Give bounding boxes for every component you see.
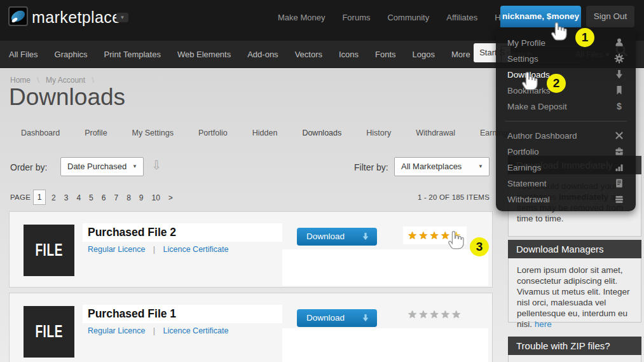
file-title[interactable]: Purchased File 1 [88,307,176,321]
chart-icon [614,162,624,172]
tab-portfolio[interactable]: Portfolio [188,125,238,142]
licence-certificate-link[interactable]: Licence Certificate [163,245,229,254]
cursor-icon [448,230,465,252]
download-detail-area [282,328,488,362]
nav-forums[interactable]: Forums [342,13,370,22]
download-arrow-icon [361,232,370,241]
star-icon[interactable] [429,229,440,242]
menu-item-bookmarks[interactable]: Bookmarks [496,83,636,99]
page-8[interactable]: 8 [127,193,131,202]
page-next[interactable]: > [168,193,173,202]
file-title-band: Purchased File 1 [83,305,282,323]
tab-downloads[interactable]: Downloads [291,125,352,142]
menu-item-withdrawal[interactable]: Withdrawal [496,191,636,207]
catnav-add-ons[interactable]: Add-ons [247,50,278,59]
account-tabs: Dashboard Profile My Settings Portfolio … [10,125,522,142]
file-links: Regular Licence | Licence Certificate [88,245,228,254]
star-icon[interactable] [441,308,451,321]
person-icon [614,38,624,48]
licence-certificate-link[interactable]: Licence Certificate [163,326,229,335]
tab-dashboard[interactable]: Dashboard [10,125,71,142]
menu-item-earnings[interactable]: Earnings [496,160,636,176]
cursor-icon [521,71,538,93]
downloads-page: marketplace ▼ Make Money Forums Communit… [0,0,644,362]
catnav-graphics[interactable]: Graphics [55,50,88,59]
nav-make-money[interactable]: Make Money [278,13,325,22]
tab-withdrawal[interactable]: Withdrawal [405,125,466,142]
page-5[interactable]: 5 [89,193,93,202]
page-6[interactable]: 6 [102,193,106,202]
tab-my-settings[interactable]: My Settings [121,125,184,142]
panel-title: Trouble with ZIP files? [508,337,641,355]
page-3[interactable]: 3 [64,193,69,202]
tab-history[interactable]: History [355,125,402,142]
page-10[interactable]: 10 [152,193,160,202]
star-icon[interactable] [408,308,418,321]
cursor-icon [551,21,568,43]
cash-icon [614,194,624,204]
breadcrumb-separator: \ [92,76,93,85]
catnav-vectors[interactable]: Vectors [295,50,322,59]
download-button[interactable]: Download [297,309,377,327]
order-by-select[interactable]: Date Purchased▼ [60,157,144,176]
nav-community[interactable]: Community [387,13,429,22]
star-icon[interactable] [418,308,429,321]
star-icon[interactable] [408,229,418,242]
menu-item-settings[interactable]: Settings [496,51,636,67]
regular-licence-link[interactable]: Regular Licence [88,245,145,254]
annotation-badge-2: 2 [547,74,566,93]
menu-item-make-a-deposit[interactable]: Make a Deposit $ [496,99,636,115]
filter-by-select[interactable]: All Marketplaces▼ [394,157,490,176]
chevron-down-icon: ▼ [478,158,483,176]
download-arrow-icon [361,314,370,323]
bookmark-icon [614,85,624,95]
star-icon[interactable] [451,308,462,321]
menu-item-portfolio[interactable]: Portfolio [496,144,636,160]
zip-trouble-panel: Trouble with ZIP files? [508,337,641,362]
download-sort-icon[interactable]: ⇩ [151,158,161,172]
regular-licence-link[interactable]: Regular Licence [88,326,145,335]
menu-item-author-dashboard[interactable]: Author Dashboard [496,128,636,144]
breadcrumb: Home \ My Account \ [10,76,99,85]
logo-caret-icon[interactable]: ▼ [116,13,128,22]
file-row: FILE Purchased File 2 Regular Licence | … [9,211,493,288]
order-by-label: Order by: [10,162,47,172]
catnav-more[interactable]: More [451,50,470,59]
menu-item-downloads[interactable]: Downloads [496,67,636,83]
catnav-print-templates[interactable]: Print Templates [104,50,161,59]
user-account-button[interactable]: nickname, $money [500,6,581,27]
download-button[interactable]: Download [297,228,377,246]
file-row: FILE Purchased File 1 Regular Licence | … [9,293,493,362]
sign-out-button[interactable]: Sign Out [586,6,634,27]
here-link[interactable]: here [535,319,552,329]
file-thumbnail[interactable]: FILE [24,306,74,358]
page-2[interactable]: 2 [51,193,56,202]
file-title[interactable]: Purchased File 2 [88,226,176,239]
user-dropdown-menu: My Profile Settings Downloads Bookmarks … [496,27,636,211]
page-4[interactable]: 4 [76,193,81,202]
top-nav: Make Money Forums Community Affiliates H… [278,0,512,34]
page-7[interactable]: 7 [114,193,118,202]
breadcrumb-my-account[interactable]: My Account [46,76,85,85]
page-current[interactable]: 1 [33,190,46,205]
breadcrumb-home[interactable]: Home [10,76,31,85]
star-icon[interactable] [429,308,440,321]
star-icon[interactable] [418,229,429,242]
tab-hidden[interactable]: Hidden [242,125,289,142]
catnav-logos[interactable]: Logos [413,50,435,59]
catnav-icons[interactable]: Icons [339,50,359,59]
menu-divider [505,121,627,122]
catnav-all-files[interactable]: All Files [9,50,38,59]
file-thumbnail[interactable]: FILE [24,225,74,276]
marketplace-logo-icon[interactable] [8,6,28,26]
logo-text[interactable]: marketplace [32,8,121,27]
annotation-badge-1: 1 [575,28,594,47]
nav-affiliates[interactable]: Affiliates [446,13,477,22]
page-9[interactable]: 9 [139,193,144,202]
tab-profile[interactable]: Profile [74,125,118,142]
download-managers-panel: Download Managers Lorem ipsum dolor sit … [508,240,641,323]
catnav-web-elements[interactable]: Web Elements [177,50,231,59]
catnav-fonts[interactable]: Fonts [375,50,396,59]
breadcrumb-separator: \ [37,76,39,85]
menu-item-statement[interactable]: Statement [496,176,636,191]
